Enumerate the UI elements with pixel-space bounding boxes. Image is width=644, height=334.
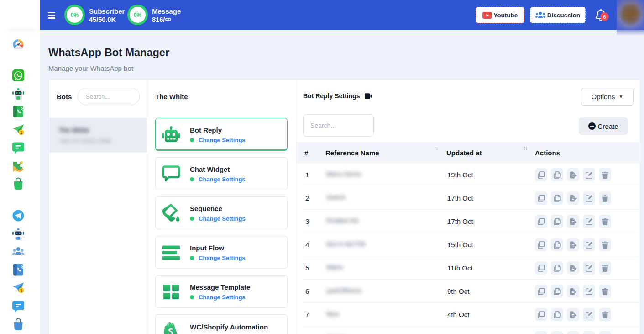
svg-text:1: 1: [20, 130, 22, 135]
svg-text:1: 1: [20, 288, 22, 293]
